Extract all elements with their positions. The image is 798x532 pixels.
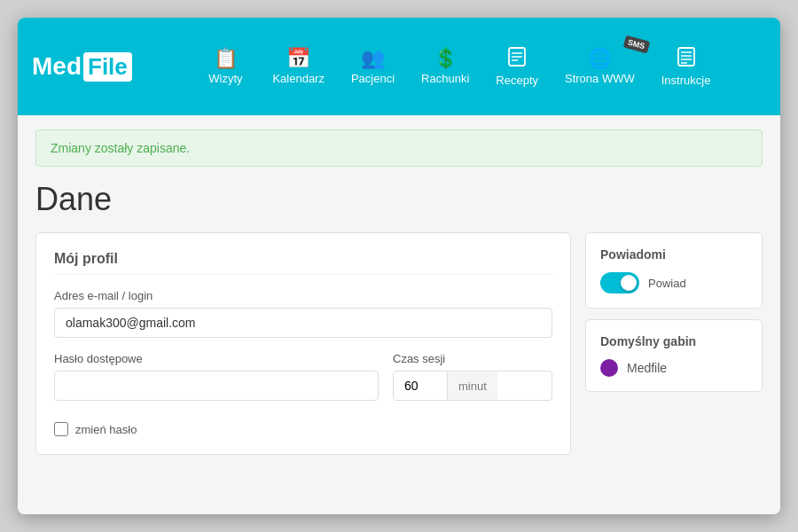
wizyty-label: Wizyty [208, 72, 242, 85]
email-group: Adres e-mail / login [54, 289, 552, 338]
notification-toggle[interactable] [600, 272, 639, 293]
password-group: Hasło dostępowe [54, 352, 379, 401]
gabinet-dot [600, 359, 618, 377]
nav-strona-www[interactable]: 🌐 SMS Strona WWW [554, 42, 645, 92]
gabinet-row: Medfile [600, 359, 747, 377]
change-password-label[interactable]: zmień hasło [75, 423, 137, 436]
gabinet-name: Medfile [627, 361, 667, 375]
main-content: Zmiany zostały zapisane. Dane Mój profil… [18, 115, 780, 514]
page-title: Dane [35, 181, 763, 218]
session-label: Czas sesji [393, 352, 552, 365]
logo-file: File [83, 52, 132, 82]
profile-card: Mój profil Adres e-mail / login Hasło do… [35, 232, 571, 455]
password-label: Hasło dostępowe [54, 352, 379, 365]
wizyty-icon: 📋 [214, 49, 238, 68]
recepty-icon [507, 47, 527, 70]
alert-message: Zmiany zostały zapisane. [51, 141, 190, 155]
pacjenci-icon: 👥 [361, 49, 385, 68]
kalendarz-icon: 📅 [286, 49, 310, 68]
nav-recepty[interactable]: Recepty [485, 40, 549, 94]
success-alert: Zmiany zostały zapisane. [35, 129, 763, 167]
strona-www-label: Strona WWW [565, 72, 635, 85]
instrukcje-icon [677, 47, 696, 70]
session-input-group: minut [393, 371, 552, 401]
gabinet-title: Domyślny gabin [600, 334, 747, 348]
session-input[interactable] [394, 372, 447, 400]
logo-med: Med [32, 54, 82, 79]
kalendarz-label: Kalendarz [272, 72, 325, 85]
instrukcje-label: Instrukcje [661, 74, 711, 87]
nav-pacjenci[interactable]: 👥 Pacjenci [340, 42, 405, 92]
default-gabinet-card: Domyślny gabin Medfile [585, 319, 763, 392]
email-label: Adres e-mail / login [54, 289, 552, 302]
rachunki-icon: 💲 [434, 49, 458, 68]
password-session-row: Hasło dostępowe Czas sesji minut [54, 352, 552, 415]
recepty-label: Recepty [496, 74, 538, 87]
toggle-track [600, 272, 639, 293]
nav-wizyty[interactable]: 📋 Wizyty [194, 42, 256, 92]
logo[interactable]: Med File [32, 52, 132, 82]
nav-kalendarz[interactable]: 📅 Kalendarz [262, 42, 335, 92]
nav-items: 📋 Wizyty 📅 Kalendarz 👥 Pacjenci 💲 Rachun… [150, 40, 766, 94]
notifications-title: Powiadomi [600, 247, 747, 262]
nav-instrukcje[interactable]: Instrukcje [651, 40, 722, 94]
app-window: Med File 📋 Wizyty 📅 Kalendarz 👥 Pacjenci… [18, 18, 780, 514]
strona-www-icon: 🌐 [588, 49, 612, 68]
notifications-card: Powiadomi Powiad [585, 232, 763, 309]
side-column: Powiadomi Powiad Domyślny gabin [585, 232, 763, 455]
navbar: Med File 📋 Wizyty 📅 Kalendarz 👥 Pacjenci… [18, 18, 780, 115]
change-password-row: zmień hasło [54, 422, 552, 436]
toggle-row: Powiad [600, 272, 747, 293]
email-input[interactable] [54, 308, 552, 338]
profile-card-title: Mój profil [54, 251, 552, 275]
sms-badge: SMS [623, 35, 650, 53]
toggle-label: Powiad [648, 277, 686, 290]
toggle-thumb [621, 275, 637, 291]
password-input[interactable] [54, 371, 379, 401]
session-group: Czas sesji minut [393, 352, 552, 401]
pacjenci-label: Pacjenci [351, 72, 395, 85]
nav-rachunki[interactable]: 💲 Rachunki [411, 42, 480, 92]
session-suffix: minut [447, 372, 497, 400]
main-grid: Mój profil Adres e-mail / login Hasło do… [35, 232, 763, 455]
rachunki-label: Rachunki [421, 72, 469, 85]
change-password-checkbox[interactable] [54, 422, 68, 436]
